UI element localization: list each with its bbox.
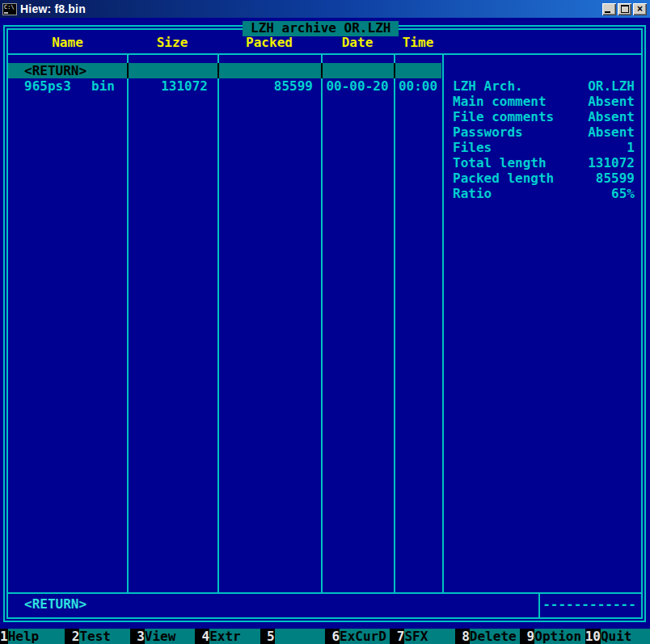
fkey-number: 3	[130, 629, 145, 644]
info-row-passwords: Passwords Absent	[453, 124, 635, 140]
ms-dos-icon-text: C:\	[4, 5, 15, 11]
status-current-item: <RETURN>	[24, 596, 87, 612]
info-label: Files	[453, 140, 492, 155]
fkey-view[interactable]: 3 View	[130, 629, 195, 644]
fkey-test[interactable]: 2 Test	[65, 629, 129, 644]
info-row-file-comments: File comments Absent	[453, 109, 635, 124]
list-item-return-selected[interactable]: <RETURN>	[8, 63, 441, 78]
info-row-arch: LZH Arch. OR.LZH	[453, 78, 635, 94]
info-label: Total length	[453, 155, 547, 170]
fkey-label: Delete	[470, 629, 520, 644]
file-size: 131072	[127, 78, 208, 94]
fkey-label: Extr	[209, 629, 260, 644]
header-separator-line	[8, 53, 641, 55]
fkey-delete[interactable]: 8 Delete	[455, 629, 520, 644]
fkey-number: 6	[325, 629, 340, 644]
column-header-packed: Packed	[217, 35, 321, 50]
fkey-label: Test	[79, 629, 129, 644]
file-ext: bin	[91, 78, 115, 94]
selected-row-separator	[127, 63, 129, 78]
column-header-time: Time	[394, 35, 442, 50]
fkey-label: ExCurD	[340, 629, 390, 644]
fkey-sfx[interactable]: 7 SFX	[390, 629, 454, 644]
maximize-icon	[621, 5, 629, 13]
selected-row-separator	[394, 63, 395, 78]
ms-dos-icon[interactable]: C:\	[2, 3, 17, 15]
info-label: Passwords	[453, 124, 523, 140]
archive-info-panel: LZH Arch. OR.LZH Main comment Absent Fil…	[453, 78, 635, 201]
close-icon: ×	[637, 4, 643, 14]
fkey-number: 2	[65, 629, 79, 644]
column-line-3	[321, 53, 323, 592]
fkey-excurd[interactable]: 6 ExCurD	[325, 629, 390, 644]
column-header-date: Date	[321, 35, 394, 50]
column-line-1	[127, 53, 129, 592]
column-line-4	[394, 53, 395, 592]
fkey-number: 4	[195, 629, 209, 644]
info-value: Absent	[588, 124, 635, 140]
file-date: 00-00-20	[321, 78, 394, 94]
function-key-bar: 1 Help 2 Test 3 View 4 Extr 5 6 ExCurD	[0, 629, 650, 644]
info-row-ratio: Ratio 65%	[453, 186, 635, 201]
file-name: 965ps3	[24, 78, 71, 94]
window-title: Hiew: f8.bin	[20, 2, 86, 15]
fkey-help[interactable]: 1 Help	[0, 629, 65, 644]
info-label: File comments	[453, 109, 554, 124]
info-value: OR.LZH	[588, 78, 635, 94]
info-value: 85599	[596, 170, 635, 186]
info-row-main-comment: Main comment Absent	[453, 94, 635, 109]
close-button[interactable]: ×	[633, 3, 647, 15]
fkey-number: 1	[0, 629, 8, 644]
fkey-extr[interactable]: 4 Extr	[195, 629, 260, 644]
selected-row-separator	[321, 63, 323, 78]
selected-row-separator	[217, 63, 219, 78]
column-header-size: Size	[127, 35, 217, 50]
console-screen: LZH archive OR.LZH Name Size Packed Date…	[0, 18, 650, 644]
minimize-button[interactable]	[602, 3, 616, 15]
file-packed: 85599	[217, 78, 313, 94]
fkey-option[interactable]: 9 Option	[520, 629, 585, 644]
fkey-label: Quit	[601, 629, 650, 644]
info-label: LZH Arch.	[453, 78, 523, 94]
footer-separator-line	[8, 592, 641, 594]
maximize-button[interactable]	[618, 3, 631, 15]
ms-dos-icon-cursor	[4, 12, 8, 14]
info-value: Absent	[588, 94, 635, 109]
fkey-label: Option	[534, 629, 585, 644]
info-label: Ratio	[453, 186, 492, 201]
fkey-number: 10	[585, 629, 601, 644]
fkey-label	[275, 629, 325, 644]
info-value: 1	[627, 140, 635, 155]
column-header-name: Name	[8, 35, 127, 50]
titlebar-buttons: ×	[602, 3, 650, 15]
info-panel-line	[442, 53, 444, 592]
fkey-label: Help	[8, 629, 65, 644]
return-row-label: <RETURN>	[24, 63, 87, 78]
column-line-2	[217, 53, 219, 592]
fkey-5-empty[interactable]: 5	[260, 629, 325, 644]
info-label: Main comment	[453, 94, 547, 109]
fkey-label: View	[145, 629, 195, 644]
info-label: Packed length	[453, 170, 554, 186]
info-value: 131072	[588, 155, 635, 170]
fkey-number: 5	[260, 629, 275, 644]
fkey-quit[interactable]: 10 Quit	[585, 629, 650, 644]
fkey-number: 8	[455, 629, 470, 644]
title-bar[interactable]: C:\ Hiew: f8.bin ×	[0, 0, 650, 18]
file-time: 00:00	[394, 78, 442, 94]
fkey-number: 7	[390, 629, 404, 644]
fkey-label: SFX	[404, 629, 454, 644]
minimize-icon	[605, 11, 610, 13]
fkey-number: 9	[520, 629, 534, 644]
info-value: 65%	[611, 186, 635, 201]
info-row-files: Files 1	[453, 140, 635, 155]
info-row-total-length: Total length 131072	[453, 155, 635, 170]
info-value: Absent	[588, 109, 635, 124]
info-row-packed-length: Packed length 85599	[453, 170, 635, 186]
status-dashes: ------------	[540, 596, 639, 612]
